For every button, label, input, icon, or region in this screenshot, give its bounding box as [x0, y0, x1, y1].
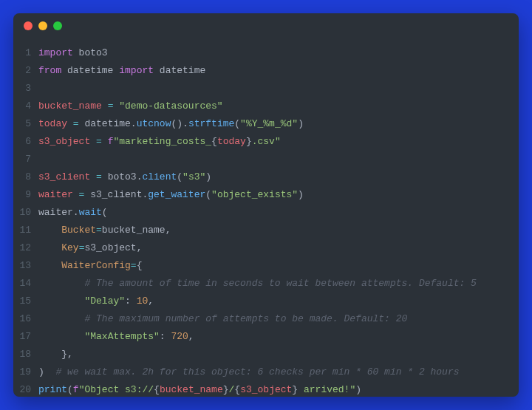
token-default — [38, 260, 61, 271]
token-fn: strftime — [188, 118, 234, 129]
token-str: "demo-datasources" — [119, 100, 222, 112]
token-id: s3_object — [240, 384, 292, 395]
token-punc: . — [131, 118, 137, 129]
code-content: "Delay": 10, — [38, 293, 519, 310]
code-content: import boto3 — [38, 44, 519, 62]
token-id: s3_object — [38, 136, 96, 147]
token-op: = — [96, 171, 108, 182]
code-line: 13 WaiterConfig={ — [13, 257, 519, 275]
token-op: = — [96, 225, 102, 236]
token-str: arrived!" — [298, 384, 355, 395]
token-fn: get_waiter — [148, 189, 205, 200]
token-default: waiter — [38, 207, 73, 218]
token-punc: ( — [234, 118, 240, 129]
token-kw: from — [38, 65, 67, 76]
token-default — [38, 295, 84, 307]
token-default: datetime — [160, 65, 205, 76]
code-line: 10waiter.wait( — [13, 204, 519, 222]
code-content: Bucket=bucket_name, — [38, 222, 519, 239]
code-content: WaiterConfig={ — [38, 257, 519, 275]
code-line: 19) # we wait max. 2h for this object: 6… — [13, 363, 519, 381]
line-number: 17 — [13, 328, 38, 346]
token-str: "%Y_%m_%d" — [240, 118, 298, 129]
code-content: # The maximum number of attempts to be m… — [38, 310, 519, 328]
token-punc: } — [292, 384, 298, 395]
token-fn: client — [142, 171, 177, 182]
token-punc: } — [223, 384, 229, 395]
token-id: today — [217, 136, 246, 147]
line-number: 7 — [13, 151, 38, 168]
token-comment: # The maximum number of attempts to be m… — [84, 313, 407, 324]
token-num: 10 — [137, 295, 149, 307]
line-number: 6 — [13, 133, 38, 151]
token-punc: ( — [177, 171, 183, 182]
token-default: datetime — [67, 65, 119, 76]
line-number: 3 — [13, 80, 38, 98]
token-num: 720 — [171, 331, 188, 342]
line-number: 12 — [13, 239, 38, 257]
token-punc: (). — [171, 118, 188, 129]
line-number: 16 — [13, 310, 38, 328]
token-prop: Bucket — [61, 225, 96, 236]
close-icon[interactable] — [24, 21, 33, 30]
token-prop: WaiterConfig — [61, 260, 131, 271]
token-default: boto3 — [79, 47, 108, 58]
line-number: 10 — [13, 204, 38, 222]
code-line: 6s3_object = f"marketing_costs_{today}.c… — [13, 133, 519, 151]
line-number: 8 — [13, 168, 38, 186]
token-punc: , — [137, 242, 143, 253]
line-number: 1 — [13, 44, 38, 62]
token-default: s3_client — [90, 189, 142, 200]
token-op: = — [79, 189, 91, 200]
token-punc: ( — [205, 189, 211, 200]
token-punc: } — [246, 136, 252, 147]
code-content: s3_client = boto3.client("s3") — [38, 168, 519, 186]
line-number: 13 — [13, 257, 38, 275]
token-default: datetime — [84, 118, 130, 129]
token-default — [38, 313, 84, 324]
token-punc: }, — [38, 349, 73, 360]
token-id: s3_client — [38, 171, 96, 182]
line-number: 14 — [13, 275, 38, 293]
token-str: "marketing_costs_ — [113, 136, 211, 147]
code-editor: 1import boto32from datetime import datet… — [13, 38, 519, 397]
code-line: 17 "MaxAttempts": 720, — [13, 328, 519, 346]
token-id: bucket_name — [38, 100, 108, 112]
minimize-icon[interactable] — [38, 21, 47, 30]
line-number: 5 — [13, 115, 38, 133]
token-default — [38, 278, 84, 289]
token-default — [38, 225, 61, 236]
code-content: s3_object = f"marketing_costs_{today}.cs… — [38, 133, 519, 151]
line-number: 18 — [13, 346, 38, 363]
token-op: = — [131, 260, 137, 271]
token-id: today — [38, 118, 73, 129]
token-op: = — [96, 136, 108, 147]
token-punc: { — [234, 384, 240, 395]
token-op: = — [108, 100, 120, 112]
line-number: 11 — [13, 222, 38, 239]
token-punc: ) — [298, 189, 304, 200]
code-content: from datetime import datetime — [38, 62, 519, 80]
zoom-icon[interactable] — [53, 21, 62, 30]
token-str: .csv" — [252, 136, 281, 147]
token-fn: print — [38, 384, 67, 395]
token-id: waiter — [38, 189, 79, 200]
token-punc: { — [211, 136, 217, 147]
token-kw: f — [73, 384, 79, 395]
line-number: 2 — [13, 62, 38, 80]
titlebar — [13, 13, 519, 38]
code-content: }, — [38, 346, 519, 363]
token-str: "MaxAttempts" — [84, 331, 159, 342]
code-line: 4bucket_name = "demo-datasources" — [13, 98, 519, 115]
token-punc: : — [160, 331, 171, 342]
line-number: 15 — [13, 293, 38, 310]
token-default: boto3 — [108, 171, 137, 182]
code-content: waiter.wait( — [38, 204, 519, 222]
token-punc: ( — [67, 384, 73, 395]
token-fn: wait — [79, 207, 102, 218]
token-str: "Delay" — [84, 295, 125, 307]
token-fn: utcnow — [137, 118, 171, 129]
token-punc: , — [188, 331, 194, 342]
token-comment: # we wait max. 2h for this object: 6 che… — [55, 366, 459, 377]
token-id: bucket_name — [160, 384, 223, 395]
